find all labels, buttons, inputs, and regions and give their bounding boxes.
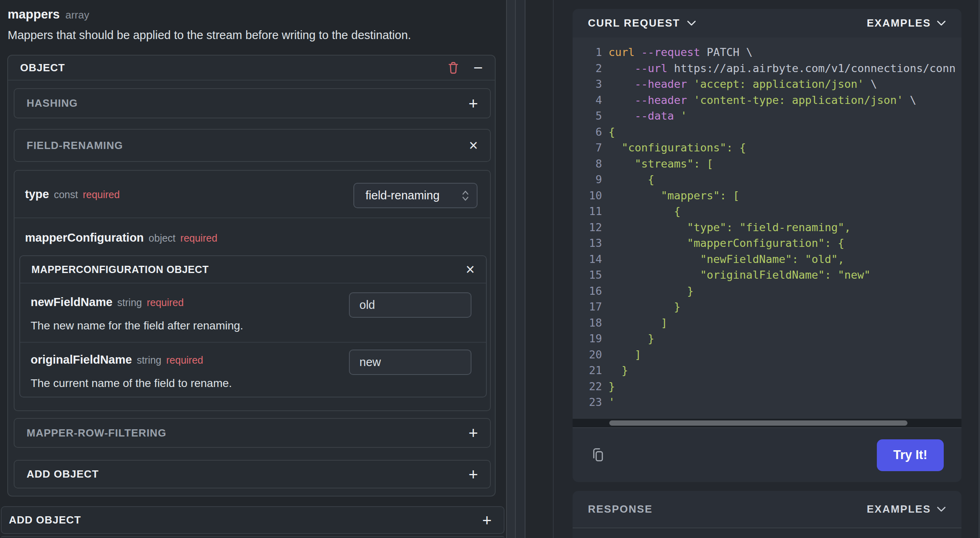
code-line: 22} xyxy=(573,379,961,395)
add-object-inner-label: ADD OBJECT xyxy=(27,468,99,480)
line-number: 23 xyxy=(573,394,602,410)
response-title: RESPONSE xyxy=(588,503,653,515)
add-object-outer-label: ADD OBJECT xyxy=(9,514,81,526)
line-number: 11 xyxy=(573,203,602,219)
field-name: newFieldName xyxy=(31,296,112,309)
code-line: 14 "newFieldName": "old", xyxy=(573,251,961,267)
field-name: mapperConfiguration xyxy=(25,231,144,244)
plus-icon: + xyxy=(469,425,478,441)
line-number: 3 xyxy=(573,76,602,92)
line-number: 2 xyxy=(573,60,602,77)
plus-icon: + xyxy=(469,466,478,482)
mapper-configuration-box-header: MAPPERCONFIGURATION OBJECT × xyxy=(20,256,486,283)
code-line: 15 "originalFieldName": "new" xyxy=(573,267,961,283)
section-mapper-row-filtering-title: MAPPER-ROW-FILTERING xyxy=(27,427,166,439)
field-meta: const xyxy=(54,189,78,201)
line-number: 18 xyxy=(573,315,602,331)
section-field-renaming-header[interactable]: FIELD-RENAMING × xyxy=(14,129,491,162)
code-line: 23' xyxy=(573,394,961,410)
code-line: 1curl --request PATCH \ xyxy=(573,44,961,60)
code-line: 16 } xyxy=(573,283,961,299)
line-number: 20 xyxy=(573,347,602,363)
add-object-inner-button[interactable]: + xyxy=(469,466,478,482)
plus-icon: + xyxy=(469,95,478,112)
field-required-badge: required xyxy=(181,232,218,244)
try-it-button[interactable]: Try It! xyxy=(877,439,944,471)
close-icon: × xyxy=(466,262,475,277)
new-field-name-input[interactable] xyxy=(349,292,471,318)
line-number: 8 xyxy=(573,156,602,172)
type-field-row: type const required field-renaming xyxy=(15,171,490,218)
curl-request-panel: CURL REQUEST EXAMPLES 1curl --request PA… xyxy=(573,9,961,482)
code-line: 3 --header 'accept: application/json' \ xyxy=(573,76,961,92)
code-line: 20 ] xyxy=(573,347,961,363)
close-field-renaming-button[interactable]: × xyxy=(469,138,478,153)
line-number: 6 xyxy=(573,124,602,140)
code-line: 12 "type": "field-renaming", xyxy=(573,219,961,236)
type-select[interactable]: field-renaming xyxy=(353,183,478,208)
field-name: type xyxy=(25,188,49,201)
line-number: 13 xyxy=(573,235,602,251)
code-line: 9 { xyxy=(573,172,961,188)
trash-icon xyxy=(448,61,459,74)
code-horizontal-scrollbar xyxy=(573,419,961,427)
copy-code-button[interactable] xyxy=(590,447,605,463)
add-object-outer[interactable]: ADD OBJECT + xyxy=(1,506,505,534)
chevron-down-icon xyxy=(936,20,946,27)
response-examples-label: EXAMPLES xyxy=(867,503,931,515)
code-line: 17 } xyxy=(573,299,961,315)
type-select-value: field-renaming xyxy=(365,189,440,202)
line-number: 12 xyxy=(573,219,602,236)
curl-examples-dropdown[interactable]: EXAMPLES xyxy=(867,17,946,29)
code-line: 8 "streams": [ xyxy=(573,156,961,172)
code-scrollbar-thumb[interactable] xyxy=(609,420,907,426)
collapse-object-button[interactable]: − xyxy=(473,60,483,76)
expand-mapper-row-filtering-button[interactable]: + xyxy=(469,425,478,441)
curl-examples-label: EXAMPLES xyxy=(867,17,931,29)
left-scrollbar-track[interactable] xyxy=(507,0,516,538)
curl-request-header: CURL REQUEST EXAMPLES xyxy=(573,9,961,37)
original-field-name-row: originalFieldName string required The cu… xyxy=(20,343,486,398)
line-number: 15 xyxy=(573,267,602,283)
code-line: 11 { xyxy=(573,203,961,219)
response-examples-dropdown[interactable]: EXAMPLES xyxy=(867,503,946,515)
delete-object-button[interactable] xyxy=(448,61,459,74)
page-scrollbar[interactable] xyxy=(978,0,980,538)
line-number: 22 xyxy=(573,379,602,395)
add-object-inner[interactable]: ADD OBJECT + xyxy=(14,460,491,488)
field-meta: string xyxy=(137,354,161,366)
curl-request-dropdown[interactable]: CURL REQUEST xyxy=(588,17,696,29)
line-number: 9 xyxy=(573,172,602,188)
close-mapper-configuration-button[interactable]: × xyxy=(466,262,475,277)
section-mapper-row-filtering[interactable]: MAPPER-ROW-FILTERING + xyxy=(14,418,491,448)
field-required-badge: required xyxy=(83,189,120,201)
next-section-edge xyxy=(1,536,505,538)
line-number: 4 xyxy=(573,92,602,108)
curl-code-block: 1curl --request PATCH \2 --url https://a… xyxy=(573,37,961,419)
field-renaming-content: type const required field-renaming mappe… xyxy=(14,170,491,411)
original-field-name-input[interactable] xyxy=(349,350,471,375)
property-name: mappers xyxy=(8,7,60,22)
add-object-outer-button[interactable]: + xyxy=(482,512,492,528)
curl-request-title: CURL REQUEST xyxy=(588,17,680,29)
section-hashing[interactable]: HASHING + xyxy=(14,88,491,118)
expand-hashing-button[interactable]: + xyxy=(469,95,478,112)
select-updown-icon xyxy=(461,189,469,202)
code-line: 10 "mappers": [ xyxy=(573,188,961,204)
line-number: 10 xyxy=(573,188,602,204)
mapper-configuration-label: mapperConfiguration object required xyxy=(25,231,217,244)
minus-icon: − xyxy=(473,60,483,76)
new-field-name-row: newFieldName string required The new nam… xyxy=(20,283,486,343)
new-field-name-description: The new name for the field after renamin… xyxy=(31,319,475,332)
response-body xyxy=(573,528,961,538)
schema-column: mappers array Mappers that should be app… xyxy=(0,0,506,538)
section-hashing-title: HASHING xyxy=(27,97,78,110)
section-field-renaming-title: FIELD-RENAMING xyxy=(27,139,123,152)
response-header: RESPONSE EXAMPLES xyxy=(573,491,961,528)
column-divider xyxy=(506,0,525,538)
code-line: 18 ] xyxy=(573,315,961,331)
code-line: 5 --data ' xyxy=(573,108,961,124)
code-line: 13 "mapperConfiguration": { xyxy=(573,235,961,251)
line-number: 16 xyxy=(573,283,602,299)
code-line: 21 } xyxy=(573,362,961,379)
